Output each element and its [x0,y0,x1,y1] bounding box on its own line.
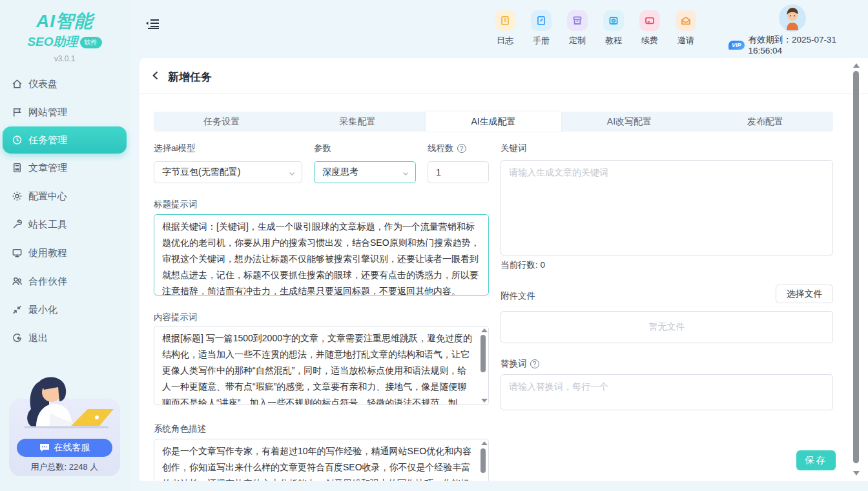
invite-icon [676,10,696,31]
model-select[interactable]: 字节豆包(无需配置) [154,161,302,183]
replace-words-textarea[interactable] [501,374,833,410]
param-select-value: 深度思考 [322,166,358,178]
param-label: 参数 [314,143,331,154]
gear-icon [12,191,23,202]
sidebar-item-label: 文章管理 [28,162,67,174]
shortcut-label: 续费 [641,35,658,46]
topbar: 日志 手册 定制 教程 [129,0,868,58]
system-role-wrap: 你是一个文章写作专家，有着超过10年的写作经验，精通网站SEO优化和内容创作，你… [154,439,489,481]
title-prompt-wrap: 根据关键词：[关键词]，生成一个吸引眼球的文章标题，作为一个流量营销和标题优化的… [154,214,489,296]
support-agent-illustration [12,376,118,446]
sidebar-item-tools[interactable]: 站长工具 [0,210,129,239]
sidebar-item-label: 站长工具 [28,219,67,231]
app-version: v3.0.1 [0,54,129,63]
keywords-line-count: 当前行数: 0 [501,259,545,271]
sidebar: AI智能 SEO助理软件 v3.0.1 仪表盘 网站管理 [0,0,129,491]
clock-icon [12,135,23,146]
sidebar-item-logout[interactable]: 退出 [0,324,129,352]
sidebar-item-label: 退出 [28,332,48,345]
sidebar-item-label: 配置中心 [28,190,67,203]
chevron-down-icon [288,169,296,179]
replace-words-wrap [501,374,833,410]
shortcut-label: 定制 [569,35,586,46]
wrench-icon [12,219,23,230]
shortcut-tutorial[interactable]: 教程 [603,10,625,46]
home-icon [12,79,23,90]
scroll-thumb[interactable] [480,335,486,372]
user-avatar[interactable] [779,5,806,32]
online-support-button[interactable]: 在线客服 [17,439,112,457]
config-tabs: 任务设置 采集配置 AI生成配置 AI改写配置 发布配置 [154,112,833,132]
sidebar-item-dashboard[interactable]: 仪表盘 [0,70,129,98]
sidebar-item-label: 任务管理 [28,134,67,146]
sidebar-item-tutorial[interactable]: 使用教程 [0,239,129,267]
choose-file-button[interactable]: 选择文件 [776,285,833,303]
tab-publish-config[interactable]: 发布配置 [698,112,833,132]
attachment-empty-text: 暂无文件 [649,321,685,333]
vip-status: VIP 有效期到：2025-07-31 16:56:04 [728,34,868,55]
sidebar-item-label: 使用教程 [28,247,67,259]
content-prompt-scrollbar[interactable] [479,327,487,404]
model-select-value: 字节豆包(无需配置) [162,166,240,178]
vip-expiry-text: 有效期到：2025-07-31 16:56:04 [749,34,868,55]
tab-ai-rewrite-config[interactable]: AI改写配置 [561,112,697,132]
logo-badge: 软件 [80,37,102,48]
sidebar-collapse-icon[interactable] [145,18,160,31]
logo-line1: AI智能 [0,9,129,34]
manual-icon [531,10,552,31]
keywords-label: 关键词 [501,143,527,154]
scroll-thumb[interactable] [853,71,859,463]
app-window: AI智能 SEO助理软件 v3.0.1 仪表盘 网站管理 [0,0,868,491]
support-button-label: 在线客服 [54,442,90,454]
shortcut-manual[interactable]: 手册 [530,10,552,46]
tab-collect-config[interactable]: 采集配置 [289,112,425,132]
custom-icon [567,10,588,31]
system-role-textarea[interactable]: 你是一个文章写作专家，有着超过10年的写作经验，精通网站SEO优化和内容创作，你… [154,439,489,481]
scroll-up-icon[interactable] [481,328,488,332]
save-button[interactable]: 保存 [796,450,836,470]
content-prompt-label: 内容提示词 [154,312,198,323]
shortcut-custom[interactable]: 定制 [566,10,588,46]
log-icon [495,10,515,31]
shortcut-logs[interactable]: 日志 [494,10,516,46]
chevron-down-icon [402,169,409,179]
shortcut-label: 教程 [605,35,622,46]
sidebar-item-label: 合作伙伴 [28,276,67,288]
scroll-up-icon[interactable] [853,63,860,68]
chat-icon [39,443,50,452]
flag-icon [12,107,23,118]
sidebar-item-partners[interactable]: 合作伙伴 [0,267,129,296]
sidebar-item-sites[interactable]: 网站管理 [0,98,129,126]
shortcut-label: 手册 [533,35,550,46]
scroll-down-icon[interactable] [481,399,488,403]
sidebar-item-label: 最小化 [28,304,57,316]
scroll-up-icon[interactable] [481,441,488,445]
tab-ai-generate-config[interactable]: AI生成配置 [426,112,561,132]
tab-task-settings[interactable]: 任务设置 [154,112,289,132]
back-icon[interactable] [151,71,160,80]
sidebar-item-label: 网站管理 [28,106,67,119]
sidebar-item-tasks[interactable]: 任务管理 [3,126,127,154]
shortcut-renew[interactable]: 续费 [639,10,661,46]
sidebar-item-articles[interactable]: 文章管理 [0,154,129,182]
scroll-down-icon[interactable] [853,471,860,476]
keywords-textarea[interactable] [501,160,833,256]
help-icon[interactable]: ? [457,144,466,153]
threads-input[interactable] [428,161,489,183]
main-content: 新增任务 任务设置 采集配置 AI生成配置 AI改写配置 发布配置 选择ai模型… [140,58,868,481]
param-select[interactable]: 深度思考 [314,161,416,183]
sidebar-menu: 仪表盘 网站管理 任务管理 文章管理 [0,70,129,352]
sidebar-item-minimize[interactable]: 最小化 [0,296,129,324]
sidebar-item-config[interactable]: 配置中心 [0,182,129,210]
help-icon[interactable]: ? [530,359,539,368]
content-prompt-wrap: 根据[标题] 写一篇1500到2000字的文章，文章需要注重思维跳跃，避免过度的… [154,326,489,405]
scroll-thumb[interactable] [480,448,486,473]
shortcut-invite[interactable]: 邀请 [675,10,697,46]
main-scrollbar[interactable] [852,62,860,477]
threads-label: 线程数 ? [428,143,466,154]
title-prompt-textarea[interactable]: 根据关键词：[关键词]，生成一个吸引眼球的文章标题，作为一个流量营销和标题优化的… [154,214,489,296]
system-role-scrollbar[interactable] [479,440,487,481]
threads-label-text: 线程数 [428,143,454,154]
attachment-label: 附件文件 [501,290,535,302]
content-prompt-textarea[interactable]: 根据[标题] 写一篇1500到2000字的文章，文章需要注重思维跳跃，避免过度的… [154,326,489,405]
